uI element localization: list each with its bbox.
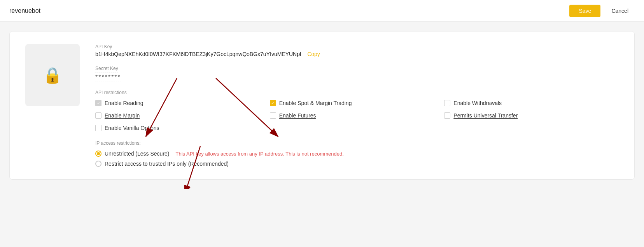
radio-unrestricted-dot [97,152,100,155]
checkbox-enable-spot-margin-box: ✓ [270,100,276,106]
lock-icon: 🔒 [43,66,62,84]
checkbox-enable-futures-label: Enable Futures [279,112,316,119]
checkbox-enable-vanilla-label: Enable Vanilla Options [105,125,159,131]
copy-button[interactable]: Copy [307,51,320,57]
secret-key-value: ******** [95,74,121,82]
checkbox-enable-reading-label: Enable Reading [105,100,144,106]
unrestricted-warning: This API key allows access from any IP a… [176,151,344,157]
api-key-value-row: b1H4kbQepNXEhKd0f0Wf37KFKM6lDTBEZ3jKy7Go… [95,51,619,57]
radio-unrestricted[interactable]: Unrestricted (Less Secure) This API key … [95,151,619,157]
check-mark-spot: ✓ [271,101,275,105]
form-area: API Key b1H4kbQepNXEhKd0f0Wf37KFKM6lDTBE… [95,44,619,167]
checkbox-enable-spot-margin-label: Enable Spot & Margin Trading [279,100,352,106]
check-mark-reading: ✓ [97,101,100,105]
radio-restrict-indicator [95,161,102,167]
api-key-value: b1H4kbQepNXEhKd0f0Wf37KFKM6lDTBEZ3jKy7Go… [95,51,301,57]
avatar: 🔒 [25,44,80,106]
checkbox-enable-withdrawals[interactable]: Enable Withdrawals [444,100,619,106]
checkbox-enable-reading[interactable]: ✓ Enable Reading [95,100,270,106]
checkbox-enable-futures-box [270,112,276,119]
radio-group: Unrestricted (Less Secure) This API key … [95,151,619,167]
checkbox-enable-margin[interactable]: Enable Margin [95,112,270,119]
checkbox-enable-vanilla[interactable]: Enable Vanilla Options [95,125,270,131]
top-bar-actions: Save Cancel [569,5,635,17]
ip-restrictions-label: IP access restrictions: [95,140,619,146]
checkbox-enable-margin-label: Enable Margin [105,112,140,119]
checkbox-permits-universal-transfer-box [444,112,450,119]
checkbox-enable-spot-margin[interactable]: ✓ Enable Spot & Margin Trading [270,100,444,106]
checkbox-enable-reading-box: ✓ [95,100,102,106]
radio-unrestricted-indicator [95,151,102,157]
radio-restrict[interactable]: Restrict access to trusted IPs only (Rec… [95,161,619,167]
radio-unrestricted-label: Unrestricted (Less Secure) [105,151,170,157]
checkbox-enable-margin-box [95,112,102,119]
radio-restrict-label: Restrict access to trusted IPs only (Rec… [105,161,229,167]
secret-key-field: Secret Key ******** [95,65,619,82]
secret-key-label: Secret Key [95,66,118,72]
page-title: revenuebot [9,7,40,14]
checkbox-permits-universal-transfer-label: Permits Universal Transfer [453,112,518,119]
checkbox-enable-withdrawals-box [444,100,450,106]
save-button[interactable]: Save [569,5,600,17]
checkbox-permits-universal-transfer[interactable]: Permits Universal Transfer [444,112,619,119]
checkbox-enable-futures[interactable]: Enable Futures [270,112,444,119]
api-key-label: API Key [95,44,619,49]
top-bar: revenuebot Save Cancel [0,0,644,22]
checkbox-enable-withdrawals-label: Enable Withdrawals [453,100,502,106]
api-restrictions-label: API restrictions [95,90,619,95]
secret-key-value-row: ******** [95,74,619,82]
api-card: 🔒 API Key b1H4kbQepNXEhKd0f0Wf37KFKM6lDT… [9,31,635,180]
checkbox-enable-vanilla-box [95,125,102,131]
checkboxes-grid: ✓ Enable Reading ✓ Enable Spot & Margin … [95,100,619,131]
cancel-button[interactable]: Cancel [605,5,635,17]
api-key-field: API Key b1H4kbQepNXEhKd0f0Wf37KFKM6lDTBE… [95,44,619,57]
main-content: 🔒 API Key b1H4kbQepNXEhKd0f0Wf37KFKM6lDT… [0,22,644,189]
